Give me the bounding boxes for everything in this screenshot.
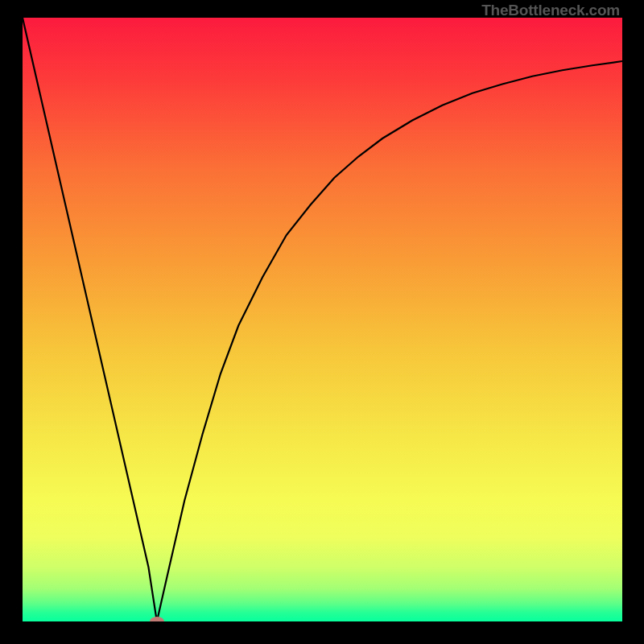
attribution-text: TheBottleneck.com xyxy=(481,2,620,19)
curve-layer xyxy=(23,18,622,621)
optimal-point-marker xyxy=(150,617,164,621)
chart-plot-area xyxy=(23,18,622,621)
bottleneck-curve xyxy=(23,18,622,621)
